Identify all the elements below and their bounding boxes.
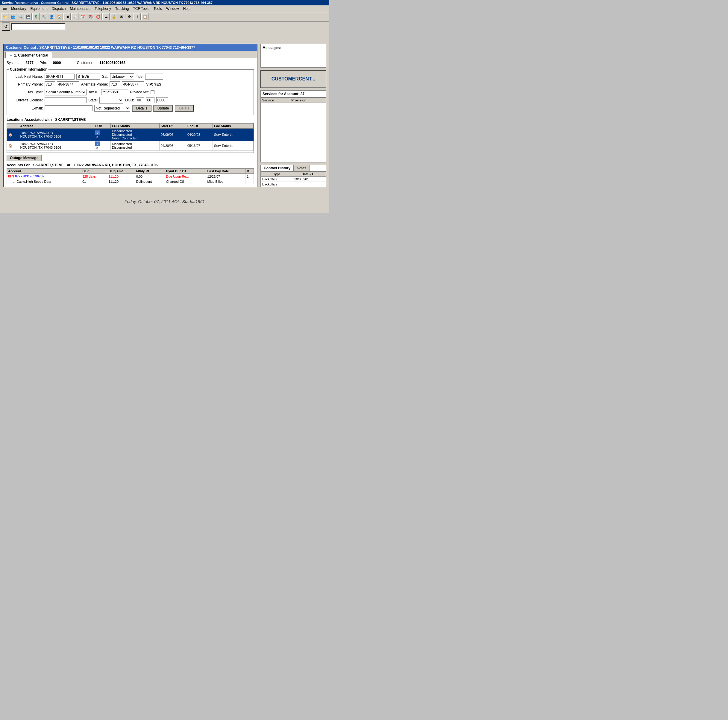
toolbar-dollar-btn[interactable]: 💲 — [32, 13, 40, 20]
toolbar-circle-btn[interactable]: ⭕ — [95, 13, 102, 20]
locations-scroll[interactable]: Address LOB LOB Status Start Dt End Dt L… — [6, 123, 254, 153]
menu-on[interactable]: on — [1, 6, 9, 11]
alt-area-input[interactable] — [110, 81, 120, 87]
toolbar-todo-btn[interactable]: 📋 — [141, 13, 148, 20]
menu-equipment[interactable]: Equipment — [28, 6, 49, 11]
name-row: Last, First Name: Sal: Unknown Mr. Mrs. … — [10, 73, 251, 80]
list-item[interactable]: Backoffice 10/05/201 — [261, 177, 326, 182]
toolbar-calendar-btn[interactable]: 📅 — [79, 13, 86, 20]
update-btn[interactable]: Update — [153, 105, 173, 111]
outage-tab[interactable]: Outage Message — [6, 155, 41, 161]
toolbar-wrench-btn[interactable]: 🔧 — [40, 13, 47, 20]
dl-row: Driver's License: State: DOB: — [10, 97, 251, 104]
ct-col-date: Date - Ti... — [293, 172, 326, 177]
tab-customer-central[interactable]: → 1. Customer Central — [5, 52, 52, 58]
loc-start-dt-cell: 06/09/07 — [159, 129, 186, 141]
table-row[interactable]: ... Cable,High Speed Data 01 111.20 Deli… — [7, 179, 254, 184]
loc-icon-cell2: 🏠 — [7, 141, 19, 151]
locations-label: Locations Associated with — [6, 117, 52, 122]
dl-input[interactable] — [44, 97, 87, 103]
acct-col-delq: Delq — [81, 169, 107, 174]
loc-col-start-dt: Start Dt — [159, 124, 186, 129]
toolbar-search-btn[interactable]: 🔍 — [17, 13, 24, 20]
table-row[interactable]: 🏠 10822 WARWANA RDHOUSTON, TX 77043-3106… — [7, 129, 254, 141]
first-name-input[interactable] — [76, 73, 100, 79]
accounts-for-section: Accounts For SKARRITT,STEVE at 10822 WAR… — [6, 163, 254, 184]
dob-year-input[interactable] — [156, 97, 168, 103]
loc-scroll-cell2 — [249, 141, 254, 151]
tab-label: 1. Customer Central — [14, 53, 48, 58]
ct-type-cell2: Backoffice — [261, 182, 293, 187]
nav-back-btn[interactable]: ↺ — [2, 23, 10, 31]
table-row[interactable]: ⊟ $ 8777703170336732 325 days 111.20 0.0… — [7, 174, 254, 179]
tab-notes[interactable]: Notes — [294, 165, 309, 171]
nav-input[interactable] — [11, 23, 65, 30]
menu-dispatch[interactable]: Dispatch — [50, 6, 68, 11]
menu-monetary[interactable]: Monetary — [9, 6, 28, 11]
email-option-select[interactable]: Not Requested — [94, 105, 130, 111]
menu-telephony[interactable]: Telephony — [93, 6, 113, 11]
dob-month-input[interactable] — [136, 97, 144, 103]
loc-col-scroll — [249, 124, 254, 129]
svc-col-provision: Provision — [290, 98, 326, 103]
toolbar-lock-btn[interactable]: 🔒 — [110, 13, 117, 20]
menu-window[interactable]: Window — [164, 6, 181, 11]
sub-toolbar: ↺ — [0, 21, 329, 32]
menu-tcf-tools[interactable]: TCF Tools — [131, 6, 151, 11]
primary-phone-label: Primary Phone: — [10, 82, 43, 87]
state-select[interactable] — [99, 97, 123, 104]
email-input[interactable] — [44, 105, 92, 111]
tax-row: Tax Type: Social Security Number Tax ID:… — [10, 89, 251, 95]
loc-end-dt-cell: 04/29/08 — [186, 129, 213, 141]
tax-type-select[interactable]: Social Security Number — [44, 89, 87, 95]
acct-mthly-rt-cell: 0.00 — [135, 174, 165, 179]
table-row[interactable]: 🏠 10822 WARWANA RDHOUSTON, TX 77043-3106… — [7, 141, 254, 151]
privacy-act-checkbox[interactable] — [151, 90, 154, 94]
toolbar-news-btn[interactable]: 📰 — [71, 13, 78, 20]
loc-start-dt-cell2: 04/20/95 — [159, 141, 186, 151]
toolbar-house-btn[interactable]: 🏠 — [56, 13, 63, 20]
svc-col-service: Service — [261, 98, 290, 103]
toolbar-people-btn[interactable]: 👥 — [9, 13, 16, 20]
accounts-address: 10822 WARWANA RD, HOUSTON, TX, 77043-310… — [73, 163, 158, 167]
list-item[interactable]: Backoffice — [261, 182, 326, 187]
services-table: Service Provision — [261, 98, 326, 103]
toolbar-gear-btn[interactable]: ⚙ — [126, 13, 133, 20]
messages-area: Messages: — [260, 44, 326, 68]
toolbar-save-btn[interactable]: 💾 — [24, 13, 32, 20]
title-input[interactable] — [145, 73, 163, 79]
primary-phone-input[interactable] — [57, 81, 80, 87]
menu-tools[interactable]: Tools — [152, 6, 164, 11]
delete-btn[interactable]: Delete — [175, 105, 194, 111]
outage-section: Outage Message — [6, 155, 254, 161]
tax-id-input[interactable] — [101, 89, 128, 95]
tax-type-label: Tax Type: — [10, 90, 43, 94]
form-area: System: 8777 Prin: 0000 Customer: 110100… — [4, 58, 257, 187]
primary-area-input[interactable] — [44, 81, 55, 87]
dob-day-input[interactable] — [146, 97, 154, 103]
toolbar-info-btn[interactable]: ℹ — [133, 13, 141, 20]
toolbar: 📂 👥 🔍 💾 💲 🔧 👤 🏠 ◀ 📰 📅 📚 ⭕ ☁ 🔒 ✉ ⚙ ℹ 📋 — [0, 12, 329, 21]
toolbar-open-btn[interactable]: 📂 — [1, 13, 8, 20]
window-title-text: Customer Central : SKARRITT,STEVE - 1101… — [6, 46, 195, 50]
alt-phone-input[interactable] — [122, 81, 144, 87]
toolbar-person-btn[interactable]: 👤 — [48, 13, 55, 20]
contact-tabs: Contact History Notes — [261, 165, 326, 171]
last-name-input[interactable] — [44, 73, 75, 79]
menu-help[interactable]: Help — [181, 6, 193, 11]
loc-icon-cell: 🏠 — [7, 129, 19, 141]
menu-tracking[interactable]: Tracking — [113, 6, 131, 11]
system-value: 8777 — [26, 61, 34, 65]
details-btn[interactable]: Details — [132, 105, 151, 111]
dollar-icon: $ — [12, 174, 14, 178]
tab-contact-history[interactable]: Contact History — [261, 165, 294, 171]
acct-last-pay-cell: 12/25/07 — [206, 174, 245, 179]
sal-select[interactable]: Unknown Mr. Mrs. Ms. — [110, 73, 134, 80]
toolbar-nav1-btn[interactable]: ◀ — [63, 13, 70, 20]
toolbar-book-btn[interactable]: 📚 — [87, 13, 94, 20]
toolbar-cloud-btn[interactable]: ☁ — [102, 13, 110, 20]
title-bar: Service Representative - Customer Centra… — [0, 0, 329, 5]
toolbar-email-btn[interactable]: ✉ — [118, 13, 125, 20]
menu-maintenance[interactable]: Maintenance — [68, 6, 92, 11]
loc-lob-cell: c 🖥 — [94, 129, 111, 141]
